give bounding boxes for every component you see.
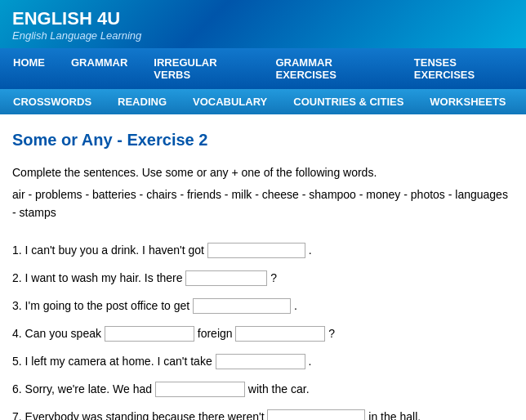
q1-num: 1.: [12, 244, 22, 257]
question-1: 1. I can't buy you a drink. I haven't go…: [12, 239, 510, 261]
question-7: 7. Everybody was standing because there …: [12, 405, 510, 420]
questions-container: 1. I can't buy you a drink. I haven't go…: [12, 239, 510, 420]
nav-irregular-verbs[interactable]: IRREGULAR VERBS: [140, 48, 262, 89]
nav-worksheets[interactable]: WORKSHEETS: [417, 89, 519, 114]
q2-text-before: I want to wash my hair. Is there: [25, 271, 186, 284]
nav-grammar[interactable]: GRAMMAR: [58, 48, 140, 89]
q7-input[interactable]: [267, 409, 365, 420]
nav-grammar-exercises[interactable]: GRAMMAR EXERCISES: [262, 48, 400, 89]
site-subtitle: English Language Learning: [12, 29, 514, 42]
q5-text-after: .: [308, 355, 311, 368]
q1-input[interactable]: [207, 243, 305, 258]
question-6: 6. Sorry, we're late. We had with the ca…: [12, 378, 510, 400]
q6-text-before: Sorry, we're late. We had: [25, 382, 155, 395]
q6-text-after: with the car.: [248, 382, 310, 395]
site-title: ENGLISH 4U: [12, 8, 514, 29]
question-5: 5. I left my camera at home. I can't tak…: [12, 350, 510, 373]
nav-home[interactable]: HOME: [0, 48, 58, 89]
q5-text-before: I left my camera at home. I can't take: [25, 355, 216, 368]
question-2: 2. I want to wash my hair. Is there ?: [12, 266, 510, 289]
q6-num: 6.: [12, 382, 22, 395]
nav-reading[interactable]: READING: [105, 89, 180, 114]
nav-tenses-exercises[interactable]: TENSES EXERCISES: [401, 48, 526, 89]
q5-num: 5.: [12, 355, 22, 368]
q6-input[interactable]: [155, 382, 245, 397]
q3-text-before: I'm going to the post office to get: [25, 299, 194, 312]
q4-input2[interactable]: [235, 326, 325, 342]
q1-text-after: .: [309, 244, 312, 257]
q4-text-before: Can you speak: [25, 327, 105, 340]
question-4: 4. Can you speak foreign ?: [12, 322, 510, 345]
q4-input[interactable]: [105, 326, 194, 342]
q2-text-after: ?: [270, 271, 277, 284]
nav-crosswords[interactable]: CROSSWORDS: [0, 89, 105, 114]
q7-num: 7.: [12, 410, 22, 420]
nav-bottom: CROSSWORDS READING VOCABULARY COUNTRIES …: [0, 89, 526, 114]
nav-vocabulary[interactable]: VOCABULARY: [180, 89, 280, 114]
site-header: ENGLISH 4U English Language Learning: [0, 0, 526, 48]
q3-text-after: .: [294, 299, 297, 312]
q1-text-before: I can't buy you a drink. I haven't got: [25, 244, 207, 257]
q4-text-middle: foreign: [198, 327, 236, 340]
word-list: air - problems - batteries - chairs - fr…: [12, 185, 510, 222]
q2-input[interactable]: [185, 270, 267, 286]
nav-top: HOME GRAMMAR IRREGULAR VERBS GRAMMAR EXE…: [0, 48, 526, 89]
main-content: Some or Any - Exercise 2 Complete the se…: [0, 114, 523, 420]
q3-num: 3.: [12, 299, 22, 312]
instructions: Complete the sentences. Use some or any …: [12, 166, 510, 179]
q4-num: 4.: [12, 327, 22, 340]
q7-text-before: Everybody was standing because there wer…: [25, 410, 268, 420]
q5-input[interactable]: [216, 354, 305, 369]
q7-text-after: in the hall.: [368, 410, 421, 420]
nav-countries-cities[interactable]: COUNTRIES & CITIES: [280, 89, 417, 114]
exercise-title: Some or Any - Exercise 2: [12, 131, 510, 150]
question-3: 3. I'm going to the post office to get .: [12, 294, 510, 317]
q2-num: 2.: [12, 271, 22, 284]
q3-input[interactable]: [193, 298, 291, 314]
q4-text-after: ?: [328, 327, 335, 340]
